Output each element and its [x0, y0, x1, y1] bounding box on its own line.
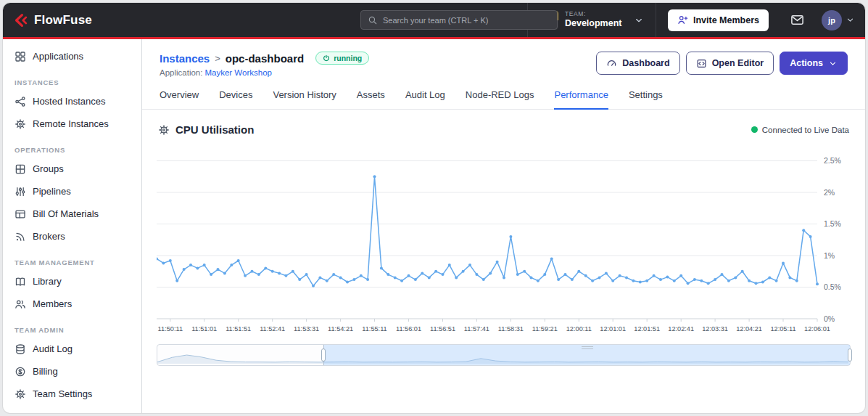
- data-point[interactable]: [714, 278, 716, 281]
- sidebar-item-billing[interactable]: Billing: [3, 360, 141, 383]
- data-point[interactable]: [380, 266, 383, 269]
- navigator-right-handle[interactable]: [848, 348, 852, 362]
- tab-devices[interactable]: Devices: [219, 89, 252, 109]
- data-point[interactable]: [217, 268, 220, 271]
- data-point[interactable]: [175, 280, 178, 282]
- sidebar-item-brokers[interactable]: Brokers: [3, 225, 141, 248]
- data-point[interactable]: [442, 273, 445, 276]
- data-point[interactable]: [326, 280, 328, 282]
- data-point[interactable]: [564, 273, 567, 276]
- data-point[interactable]: [203, 264, 206, 266]
- sidebar-item-members[interactable]: Members: [3, 293, 141, 315]
- data-point[interactable]: [523, 270, 526, 273]
- data-point[interactable]: [761, 281, 764, 284]
- data-point[interactable]: [346, 281, 349, 284]
- tab-overview[interactable]: Overview: [160, 89, 199, 109]
- data-point[interactable]: [408, 274, 410, 277]
- data-point[interactable]: [693, 278, 696, 281]
- data-point[interactable]: [632, 280, 635, 282]
- sidebar-item-bill-of-materials[interactable]: Bill Of Materials: [3, 203, 141, 225]
- data-point[interactable]: [264, 266, 267, 269]
- data-point[interactable]: [721, 273, 724, 276]
- data-point[interactable]: [727, 280, 730, 282]
- data-point[interactable]: [482, 278, 485, 281]
- data-point[interactable]: [360, 274, 363, 277]
- data-point[interactable]: [387, 273, 389, 276]
- data-point[interactable]: [183, 268, 186, 271]
- data-point[interactable]: [230, 264, 233, 266]
- data-point[interactable]: [318, 276, 321, 279]
- sidebar-item-remote-instances[interactable]: Remote Instances: [3, 113, 141, 135]
- data-point[interactable]: [543, 273, 546, 276]
- sidebar-item-library[interactable]: Library: [3, 270, 141, 293]
- data-point[interactable]: [373, 175, 376, 178]
- data-point[interactable]: [788, 276, 791, 279]
- flowfuse-home-link[interactable]: FlowFuse: [13, 12, 92, 28]
- data-point[interactable]: [816, 282, 819, 285]
- data-point[interactable]: [775, 280, 778, 282]
- data-point[interactable]: [625, 276, 628, 279]
- data-point[interactable]: [768, 276, 771, 279]
- data-point[interactable]: [611, 280, 614, 282]
- data-point[interactable]: [503, 276, 505, 279]
- tab-node-red-logs[interactable]: Node-RED Logs: [466, 89, 534, 109]
- data-point[interactable]: [571, 278, 574, 281]
- tab-performance[interactable]: Performance: [554, 89, 608, 110]
- data-point[interactable]: [577, 270, 580, 273]
- data-point[interactable]: [414, 278, 417, 281]
- data-point[interactable]: [734, 276, 737, 279]
- data-point[interactable]: [619, 274, 621, 277]
- data-point[interactable]: [557, 278, 560, 281]
- data-point[interactable]: [755, 282, 758, 285]
- cpu-utilisation-chart[interactable]: 0%0.5%1%1.5%2%2.5%11:50:1111:51:0111:51:…: [157, 152, 851, 335]
- data-point[interactable]: [659, 278, 662, 281]
- data-point[interactable]: [284, 274, 287, 277]
- data-point[interactable]: [257, 273, 260, 276]
- chart-range-navigator[interactable]: [157, 344, 851, 366]
- sidebar-item-team-settings[interactable]: Team Settings: [3, 383, 141, 405]
- data-point[interactable]: [679, 274, 682, 277]
- cpu-chart-svg[interactable]: 0%0.5%1%1.5%2%2.5%11:50:1111:51:0111:51:…: [157, 152, 851, 335]
- data-point[interactable]: [421, 272, 423, 274]
- tab-settings[interactable]: Settings: [629, 89, 663, 109]
- data-point[interactable]: [244, 274, 247, 277]
- data-point[interactable]: [509, 235, 512, 238]
- data-point[interactable]: [298, 278, 301, 281]
- data-point[interactable]: [462, 270, 465, 273]
- data-point[interactable]: [448, 264, 451, 266]
- data-point[interactable]: [468, 264, 471, 266]
- open-editor-button[interactable]: Open Editor: [686, 52, 774, 75]
- data-point[interactable]: [428, 276, 431, 279]
- navigator-grip[interactable]: [582, 346, 593, 349]
- application-link[interactable]: Mayker Workshop: [204, 68, 271, 77]
- tab-assets[interactable]: Assets: [357, 89, 385, 109]
- data-point[interactable]: [434, 270, 437, 273]
- data-point[interactable]: [673, 280, 676, 282]
- data-point[interactable]: [366, 278, 369, 281]
- dashboard-button[interactable]: Dashboard: [596, 52, 679, 75]
- data-point[interactable]: [400, 280, 403, 282]
- data-point[interactable]: [475, 273, 478, 276]
- data-point[interactable]: [687, 282, 690, 285]
- data-point[interactable]: [455, 276, 458, 279]
- breadcrumb-instances-link[interactable]: Instances: [160, 52, 210, 65]
- data-point[interactable]: [271, 270, 274, 273]
- data-point[interactable]: [809, 235, 812, 238]
- sidebar-item-audit-log[interactable]: Audit Log: [3, 338, 141, 360]
- data-point[interactable]: [653, 274, 656, 277]
- data-point[interactable]: [666, 276, 669, 279]
- navigator-left-handle[interactable]: [321, 348, 326, 362]
- data-point[interactable]: [584, 274, 587, 277]
- data-point[interactable]: [312, 285, 315, 287]
- data-point[interactable]: [237, 259, 240, 262]
- data-point[interactable]: [496, 261, 499, 264]
- tab-version-history[interactable]: Version History: [273, 89, 336, 109]
- data-point[interactable]: [169, 259, 172, 262]
- team-search[interactable]: [360, 10, 558, 30]
- data-point[interactable]: [605, 272, 608, 274]
- notifications-button[interactable]: [780, 13, 814, 27]
- data-point[interactable]: [278, 272, 281, 274]
- data-point[interactable]: [700, 280, 703, 282]
- search-input[interactable]: [383, 16, 550, 25]
- data-point[interactable]: [782, 261, 785, 264]
